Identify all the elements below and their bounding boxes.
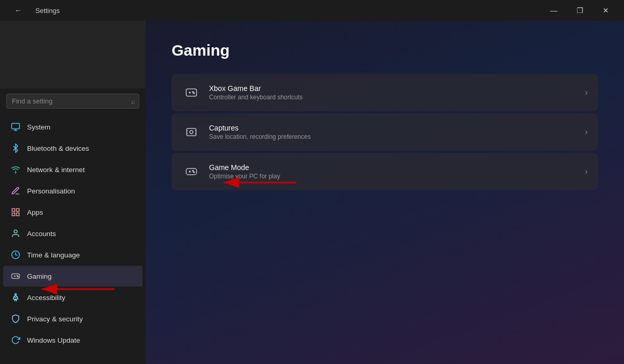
sidebar-item-apps[interactable]: Apps (3, 202, 142, 223)
sidebar-item-network[interactable]: Network & internet (3, 159, 142, 180)
card-chevron-game-mode: › (585, 167, 588, 176)
svg-rect-7 (12, 213, 15, 216)
sidebar-nav: System Bluetooth & devices Network & int… (0, 114, 146, 364)
sidebar-item-accessibility[interactable]: Accessibility (3, 287, 142, 308)
titlebar-title: Settings (35, 7, 60, 15)
search-icon: ⌕ (131, 97, 135, 105)
sidebar-label-accessibility: Accessibility (27, 294, 66, 302)
titlebar: ← Settings — ❐ ✕ (0, 0, 624, 21)
sidebar-item-personalisation[interactable]: Personalisation (3, 180, 142, 201)
svg-rect-6 (17, 213, 19, 216)
bluetooth-icon (10, 143, 21, 153)
sidebar-label-privacy: Privacy & security (27, 315, 83, 323)
network-icon (10, 164, 21, 175)
sidebar: ⌕ System Bluetooth & devices Network & i… (0, 21, 146, 364)
time-icon (10, 250, 21, 260)
sidebar-label-gaming: Gaming (27, 272, 51, 280)
apps-icon (10, 207, 21, 217)
svg-rect-5 (17, 209, 19, 211)
svg-point-20 (193, 93, 194, 94)
card-xbox-game-bar[interactable]: Xbox Game Bar Controller and keyboard sh… (172, 74, 598, 111)
card-title-game-mode: Game Mode (209, 163, 585, 172)
svg-point-26 (192, 171, 193, 172)
titlebar-left: ← Settings (6, 2, 60, 19)
card-text-captures: Captures Save location, recording prefer… (209, 124, 585, 140)
sidebar-label-bluetooth: Bluetooth & devices (27, 145, 89, 152)
sidebar-item-gaming[interactable]: Gaming (3, 266, 142, 287)
card-title-captures: Captures (209, 124, 585, 132)
card-subtitle-xbox-game-bar: Controller and keyboard shortcuts (209, 94, 585, 101)
sidebar-item-update[interactable]: Windows Update (3, 330, 142, 350)
sidebar-item-bluetooth[interactable]: Bluetooth & devices (3, 138, 142, 159)
sidebar-label-network: Network & internet (27, 166, 85, 174)
card-captures[interactable]: Captures Save location, recording prefer… (172, 113, 598, 151)
content-area: Gaming Xbox Game Bar Controller and keyb… (146, 21, 624, 364)
card-icon-captures (182, 123, 201, 141)
accounts-icon (10, 228, 21, 239)
card-text-game-mode: Game Mode Optimise your PC for play (209, 163, 585, 180)
sidebar-item-privacy[interactable]: Privacy & security (3, 308, 142, 329)
back-button[interactable]: ← (6, 2, 30, 19)
sidebar-label-system: System (27, 123, 50, 131)
page-title: Gaming (172, 42, 598, 59)
sidebar-label-apps: Apps (27, 209, 43, 216)
personalisation-icon (10, 186, 21, 196)
system-icon (10, 122, 21, 132)
card-subtitle-game-mode: Optimise your PC for play (209, 173, 585, 180)
privacy-icon (10, 314, 21, 324)
sidebar-label-time: Time & language (27, 251, 80, 259)
sidebar-item-accounts[interactable]: Accounts (3, 223, 142, 244)
svg-point-3 (15, 172, 16, 173)
card-chevron-xbox-game-bar: › (585, 88, 588, 97)
maximize-button[interactable]: ❐ (568, 2, 592, 19)
svg-rect-4 (12, 209, 15, 211)
accessibility-icon (10, 292, 21, 303)
update-icon (10, 335, 21, 345)
svg-point-27 (193, 172, 194, 173)
card-subtitle-captures: Save location, recording preferences (209, 133, 585, 140)
main-layout: ⌕ System Bluetooth & devices Network & i… (0, 21, 624, 364)
search-input[interactable] (6, 94, 139, 109)
svg-rect-0 (12, 123, 20, 129)
svg-point-19 (192, 92, 193, 93)
sidebar-search: ⌕ (0, 88, 146, 114)
gaming-icon (10, 271, 21, 281)
svg-point-14 (18, 276, 19, 277)
svg-rect-23 (186, 168, 197, 175)
sidebar-label-accounts: Accounts (27, 230, 56, 238)
card-game-mode[interactable]: Game Mode Optimise your PC for play › (172, 153, 598, 190)
card-title-xbox-game-bar: Xbox Game Bar (209, 84, 585, 93)
sidebar-label-personalisation: Personalisation (27, 187, 75, 195)
close-button[interactable]: ✕ (594, 2, 618, 19)
sidebar-item-system[interactable]: System (3, 116, 142, 137)
card-chevron-captures: › (585, 127, 588, 137)
card-text-xbox-game-bar: Xbox Game Bar Controller and keyboard sh… (209, 84, 585, 101)
svg-rect-21 (187, 128, 196, 136)
svg-point-22 (190, 131, 193, 134)
card-icon-game-mode (182, 162, 201, 181)
sidebar-profile (0, 21, 146, 88)
svg-rect-16 (186, 89, 197, 96)
svg-point-8 (14, 230, 17, 233)
minimize-button[interactable]: — (542, 2, 566, 19)
card-icon-xbox-game-bar (182, 83, 201, 102)
titlebar-controls: — ❐ ✕ (542, 2, 618, 19)
sidebar-item-time[interactable]: Time & language (3, 244, 142, 265)
search-wrap: ⌕ (6, 94, 139, 109)
settings-cards: Xbox Game Bar Controller and keyboard sh… (172, 74, 598, 190)
sidebar-label-update: Windows Update (27, 336, 80, 344)
